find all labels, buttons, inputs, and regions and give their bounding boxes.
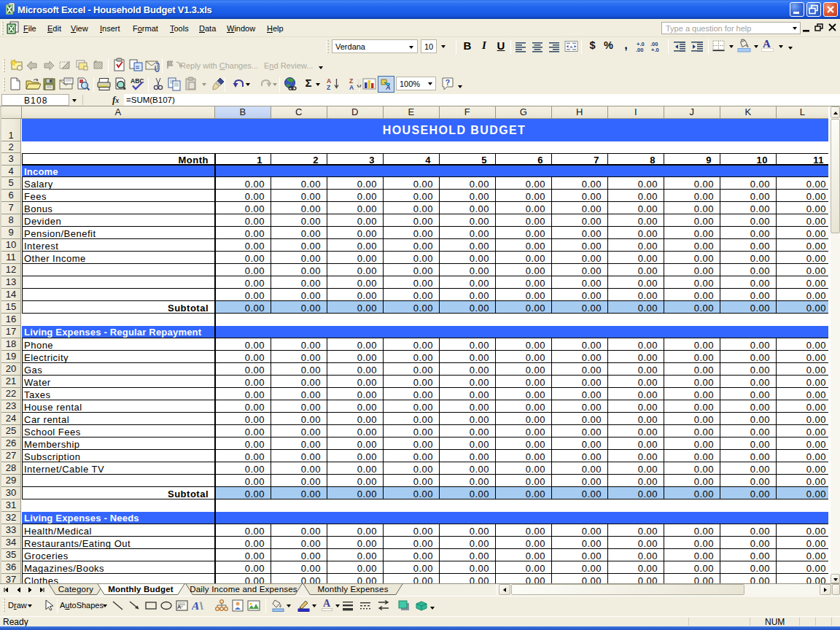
svg-text:?: ? — [446, 78, 451, 87]
svg-text:.00: .00 — [636, 47, 643, 53]
svg-text:l: l — [198, 599, 204, 612]
svg-text:A: A — [177, 604, 182, 610]
svg-text:Z: Z — [327, 84, 330, 91]
svg-text:A: A — [349, 84, 354, 91]
svg-text:A: A — [385, 84, 391, 91]
svg-text:+.0: +.0 — [651, 47, 659, 53]
